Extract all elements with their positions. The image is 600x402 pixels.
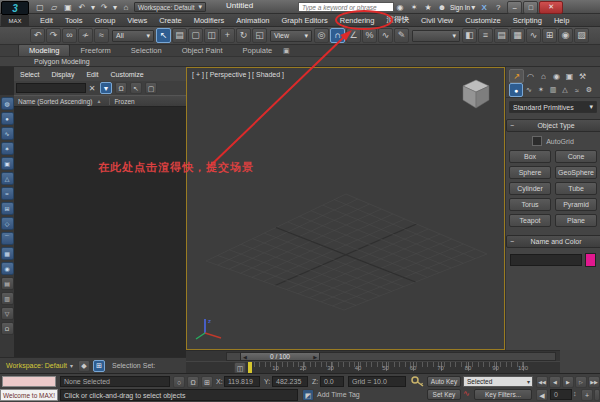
menu-item-10[interactable]: Civil View bbox=[415, 16, 459, 25]
teapot-button[interactable]: Teapot bbox=[509, 214, 551, 227]
track-bar[interactable]: ◫ 102030405060708090100 bbox=[186, 361, 560, 373]
select-and-scale-icon[interactable]: ◱ bbox=[252, 28, 267, 43]
perspective-viewport[interactable]: [ + ] [ Perspective ] [ Shaded ] z bbox=[186, 67, 505, 350]
cone-button[interactable]: Cone bbox=[555, 150, 597, 163]
sort-alphabetical-icon[interactable]: ▤ bbox=[1, 277, 14, 290]
undo-dropdown-icon[interactable]: ▾ bbox=[90, 2, 96, 13]
object-name-input[interactable] bbox=[510, 254, 582, 266]
systems-category[interactable]: ⚙ bbox=[583, 84, 595, 96]
window-crossing-icon[interactable]: ◫ bbox=[204, 28, 219, 43]
display-materials-icon[interactable]: ◉ bbox=[1, 262, 14, 275]
modify-tab[interactable]: ◠ bbox=[524, 70, 537, 82]
named-selection-sets-dropdown[interactable]: ▾ bbox=[412, 30, 460, 42]
use-pivot-point-center-icon[interactable]: ◎ bbox=[314, 28, 329, 43]
application-menu-button[interactable]: 3 bbox=[1, 1, 29, 15]
add-time-tag-label[interactable]: Add Time Tag bbox=[317, 391, 360, 398]
ribbon-tab-selection[interactable]: Selection bbox=[121, 45, 172, 56]
save-file-icon[interactable]: ▣ bbox=[62, 2, 74, 13]
display-containers-icon[interactable]: ▦ bbox=[1, 247, 14, 260]
menu-item-5[interactable]: Modifiers bbox=[188, 16, 230, 25]
communication-center-icon[interactable]: ✶ bbox=[408, 2, 420, 13]
select-object-icon[interactable]: ↖ bbox=[156, 28, 171, 43]
undo-quick-icon[interactable]: ↶ bbox=[76, 2, 88, 13]
name-column-header[interactable]: Name (Sorted Ascending) bbox=[14, 98, 92, 105]
ribbon-tab-freeform[interactable]: Freeform bbox=[70, 45, 120, 56]
play-button[interactable]: ▶ bbox=[562, 376, 574, 388]
align-icon[interactable]: ≡ bbox=[478, 28, 493, 43]
primitives-dropdown[interactable]: Standard Primitives ▾ bbox=[509, 101, 597, 113]
display-all-icon[interactable]: ◍ bbox=[1, 97, 14, 110]
menu-item-7[interactable]: Graph Editors bbox=[276, 16, 334, 25]
infocenter-search-input[interactable] bbox=[298, 2, 394, 12]
rectangular-selection-region-icon[interactable]: ▢ bbox=[188, 28, 203, 43]
unlink-selection-icon[interactable]: ≁ bbox=[78, 28, 93, 43]
ribbon-tab-object-paint[interactable]: Object Paint bbox=[172, 45, 233, 56]
filter-combinations-icon[interactable]: ▽ bbox=[1, 307, 14, 320]
current-frame-field[interactable]: 0 bbox=[550, 389, 572, 400]
absolute-offset-toggle-icon[interactable]: ⊞ bbox=[201, 376, 213, 388]
reference-coordinate-dropdown[interactable]: View ▾ bbox=[270, 30, 312, 42]
redo-dropdown-icon[interactable]: ▾ bbox=[112, 2, 118, 13]
geometry-category[interactable]: ● bbox=[509, 83, 523, 97]
geosphere-button[interactable]: GeoSphere bbox=[555, 166, 597, 179]
lock-cell-editing-icon[interactable]: Ω bbox=[1, 322, 14, 335]
select-and-move-icon[interactable]: + bbox=[220, 28, 235, 43]
workspace-label[interactable]: Workspace: Default bbox=[6, 362, 67, 369]
display-xrefs-icon[interactable]: ◇ bbox=[1, 217, 14, 230]
material-editor-icon[interactable]: ◉ bbox=[558, 28, 573, 43]
menu-item-1[interactable]: Tools bbox=[59, 16, 89, 25]
select-children-icon[interactable]: ▢ bbox=[145, 82, 157, 94]
pick-parent-icon[interactable]: ↖ bbox=[130, 82, 142, 94]
utilities-tab[interactable]: ⚒ bbox=[576, 70, 589, 82]
angle-snap-toggle-icon[interactable]: ∠ bbox=[346, 28, 361, 43]
shapes-category[interactable]: ∿ bbox=[523, 84, 535, 96]
previous-frame-button[interactable]: ◀ bbox=[549, 376, 561, 388]
object-color-swatch[interactable] bbox=[585, 253, 596, 267]
redo-icon[interactable]: ↷ bbox=[46, 28, 61, 43]
viewcube[interactable] bbox=[456, 78, 496, 114]
time-tag-icon[interactable]: ◩ bbox=[302, 389, 314, 401]
object-type-rollout[interactable]: − Object Type bbox=[506, 119, 600, 132]
tube-button[interactable]: Tube bbox=[555, 182, 597, 195]
hierarchy-tab[interactable]: ⌂ bbox=[537, 70, 550, 82]
ribbon-tab-modeling[interactable]: Modeling bbox=[18, 44, 70, 56]
ribbon-config-icon[interactable]: ▣ bbox=[283, 46, 293, 56]
ribbon-tab-populate[interactable]: Populate bbox=[233, 45, 283, 56]
pyramid-button[interactable]: Pyramid bbox=[555, 198, 597, 211]
exchange-icon[interactable]: X bbox=[478, 2, 490, 13]
polygon-modeling-panel-label[interactable]: Polygon Modeling bbox=[34, 58, 90, 65]
torus-button[interactable]: Torus bbox=[509, 198, 551, 211]
motion-tab[interactable]: ◉ bbox=[550, 70, 563, 82]
plane-button[interactable]: Plane bbox=[555, 214, 597, 227]
curve-editor-icon[interactable]: ∿ bbox=[526, 28, 541, 43]
set-key-button[interactable]: Set Key bbox=[427, 389, 461, 400]
new-scene-icon[interactable]: ▢ bbox=[34, 2, 46, 13]
sign-in-link[interactable]: Sign In bbox=[450, 4, 470, 11]
sphere-button[interactable]: Sphere bbox=[509, 166, 551, 179]
menu-item-3[interactable]: Views bbox=[121, 16, 153, 25]
cameras-category[interactable]: ▥ bbox=[547, 84, 559, 96]
chevron-down-icon[interactable]: ▾ bbox=[527, 378, 532, 385]
percent-snap-toggle-icon[interactable]: % bbox=[362, 28, 377, 43]
graphite-ribbon-icon[interactable]: ▦ bbox=[510, 28, 525, 43]
menu-item-6[interactable]: Animation bbox=[230, 16, 275, 25]
bind-to-space-warp-icon[interactable]: ≈ bbox=[94, 28, 109, 43]
spinner-snap-toggle-icon[interactable]: ∿ bbox=[378, 28, 393, 43]
explorer-menu-display[interactable]: Display bbox=[45, 71, 80, 78]
chevron-down-icon[interactable]: ▾ bbox=[70, 362, 73, 369]
display-cameras-icon[interactable]: ▣ bbox=[1, 157, 14, 170]
next-frame-button[interactable]: ▷ bbox=[575, 376, 587, 388]
select-and-rotate-icon[interactable]: ↻ bbox=[236, 28, 251, 43]
sort-ascending-icon[interactable]: ▲ bbox=[96, 98, 101, 104]
explorer-list-body[interactable] bbox=[14, 107, 186, 357]
maximize-button[interactable]: □ bbox=[523, 1, 538, 14]
lock-icon[interactable]: Ω bbox=[115, 82, 127, 94]
display-shapes-icon[interactable]: ∿ bbox=[1, 127, 14, 140]
spacewarps-category[interactable]: ≈ bbox=[571, 84, 583, 96]
minimize-button[interactable]: – bbox=[507, 1, 522, 14]
time-slider-prev-icon[interactable]: ◀ bbox=[241, 354, 249, 360]
key-filters-button[interactable]: Key Filters... bbox=[474, 389, 532, 400]
x-coordinate-field[interactable]: 119.819 bbox=[224, 376, 260, 387]
signin-dropdown-icon[interactable]: ▾ bbox=[470, 2, 476, 13]
selection-lock-toggle-icon[interactable]: Ω bbox=[187, 376, 199, 388]
